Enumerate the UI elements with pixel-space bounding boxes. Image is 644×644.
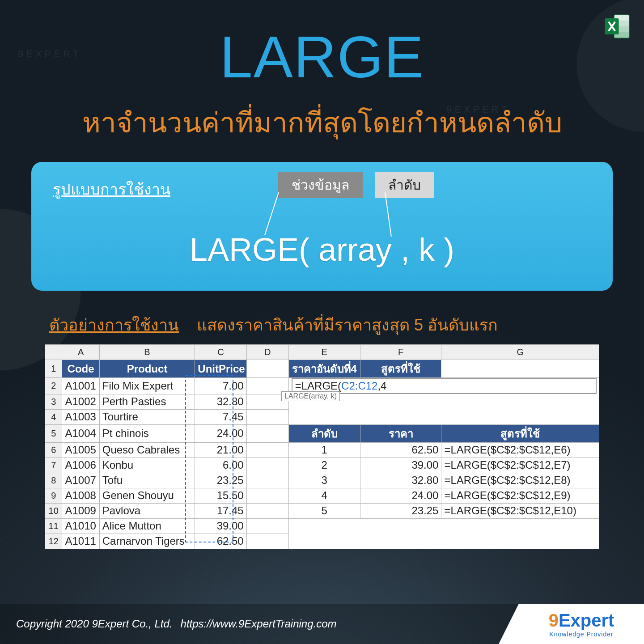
cell[interactable]: Queso Cabrales [99,442,195,458]
cell[interactable]: 6.00 [195,458,246,473]
cell[interactable]: A1004 [62,424,99,442]
cell[interactable]: ลำดับ [288,424,360,442]
cell[interactable]: 24.00 [360,488,441,503]
cell[interactable]: =LARGE($C$2:$C$12,E9) [441,488,599,503]
cell[interactable]: A1005 [62,442,99,458]
cell[interactable]: 32.80 [195,394,246,409]
row-number[interactable]: 2 [45,378,62,394]
cell[interactable]: 23.25 [360,503,441,518]
cell[interactable] [360,518,441,534]
cell[interactable] [246,488,288,503]
cell[interactable]: Genen Shouyu [99,488,195,503]
col-header[interactable]: C [195,345,246,360]
cell[interactable]: Product [99,360,195,378]
cell[interactable]: Filo Mix Expert [99,378,195,394]
cell[interactable]: UnitPrice [195,360,246,378]
cell[interactable] [441,360,599,378]
cell[interactable] [360,394,441,409]
cell[interactable] [441,534,599,549]
cell[interactable]: สูตรที่ใช้ [360,360,441,378]
cell[interactable]: ราคา [360,424,441,442]
cell[interactable] [288,534,360,549]
cell[interactable]: สูตรที่ใช้ [441,424,599,442]
cell[interactable] [246,518,288,534]
row-number[interactable]: 12 [45,534,62,549]
cell[interactable]: 17.45 [195,503,246,518]
cell[interactable]: A1010 [62,518,99,534]
row-number[interactable]: 11 [45,518,62,534]
logo-expert: Expert [559,610,614,630]
cell[interactable]: Tofu [99,473,195,488]
cell[interactable]: 7.00 [195,378,246,394]
cell[interactable]: 21.00 [195,442,246,458]
row-number[interactable]: 9 [45,488,62,503]
cell[interactable] [360,534,441,549]
cell[interactable]: =LARGE($C$2:$C$12,E10) [441,503,599,518]
cell[interactable]: ราคาอันดับที่4 [288,360,360,378]
cell[interactable]: 15.50 [195,488,246,503]
row-number[interactable]: 8 [45,473,62,488]
cell[interactable]: =LARGE($C$2:$C$12,E8) [441,473,599,488]
cell[interactable]: Konbu [99,458,195,473]
cell[interactable] [246,503,288,518]
sheet-grid: A B C D E F G 1CodeProductUnitPriceราคาอ… [45,344,599,549]
col-header[interactable]: B [99,345,195,360]
cell[interactable]: Code [62,360,99,378]
cell[interactable]: 5 [288,503,360,518]
cell[interactable] [441,518,599,534]
cell[interactable]: A1011 [62,534,99,549]
row-number[interactable]: 6 [45,442,62,458]
col-header[interactable]: G [441,345,599,360]
col-header[interactable]: D [246,345,288,360]
cell[interactable]: Perth Pasties [99,394,195,409]
cell[interactable] [441,394,599,409]
row-number[interactable]: 1 [45,360,62,378]
cell[interactable]: A1008 [62,488,99,503]
cell[interactable]: 62.50 [195,534,246,549]
row-number[interactable]: 4 [45,409,62,424]
cell[interactable]: 2 [288,458,360,473]
cell[interactable] [246,360,288,378]
cell[interactable]: =LARGE($C$2:$C$12,E6) [441,442,599,458]
cell[interactable]: 39.00 [360,458,441,473]
cell[interactable]: 4 [288,488,360,503]
cell[interactable] [246,458,288,473]
footer-url[interactable]: https://www.9ExpertTraining.com [181,618,524,630]
cell[interactable]: 3 [288,473,360,488]
row-number[interactable]: 3 [45,394,62,409]
cell[interactable] [288,409,360,424]
cell[interactable] [246,409,288,424]
cell[interactable]: 24.00 [195,424,246,442]
row-number[interactable]: 10 [45,503,62,518]
row-number[interactable]: 7 [45,458,62,473]
cell[interactable]: 39.00 [195,518,246,534]
col-header[interactable]: E [288,345,360,360]
cell[interactable] [360,409,441,424]
cell[interactable] [288,518,360,534]
cell[interactable]: 7.45 [195,409,246,424]
row-number[interactable]: 5 [45,424,62,442]
cell[interactable]: Alice Mutton [99,518,195,534]
cell[interactable] [246,442,288,458]
cell[interactable]: =LARGE($C$2:$C$12,E7) [441,458,599,473]
cell[interactable]: 62.50 [360,442,441,458]
cell[interactable]: Tourtire [99,409,195,424]
cell[interactable]: A1006 [62,458,99,473]
cell[interactable]: 23.25 [195,473,246,488]
cell[interactable]: Pavlova [99,503,195,518]
cell[interactable] [246,534,288,549]
cell[interactable]: A1002 [62,394,99,409]
cell[interactable]: 32.80 [360,473,441,488]
cell[interactable]: Carnarvon Tigers [99,534,195,549]
cell[interactable]: Pt chinois [99,424,195,442]
cell[interactable]: A1003 [62,409,99,424]
col-header[interactable]: F [360,345,441,360]
cell[interactable] [246,473,288,488]
cell[interactable] [441,409,599,424]
cell[interactable]: A1007 [62,473,99,488]
cell[interactable]: A1001 [62,378,99,394]
cell[interactable] [246,424,288,442]
cell[interactable]: A1009 [62,503,99,518]
cell[interactable]: 1 [288,442,360,458]
col-header[interactable]: A [62,345,99,360]
